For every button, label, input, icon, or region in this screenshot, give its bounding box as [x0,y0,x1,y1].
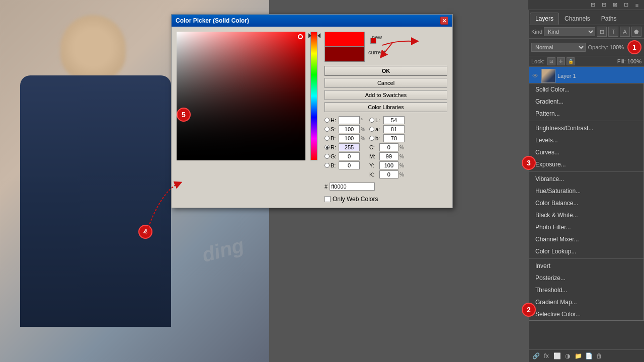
toolbar-icon-5[interactable]: ≡ [632,1,641,10]
close-button[interactable]: ✕ [440,17,448,25]
layer1-thumbnail [541,69,555,83]
adjustment-layers-dropdown[interactable]: Solid Color... Gradient... Pattern... Br… [529,83,644,321]
hex-input[interactable] [330,183,375,191]
b-input-row: B: % [325,134,365,142]
new-layer-icon[interactable]: 📄 [584,351,593,360]
b-input[interactable] [339,134,360,142]
k-input[interactable] [379,170,398,178]
color-picker-dialog[interactable]: Color Picker (Solid Color) ✕ [171,14,453,208]
add-mask-icon[interactable]: ⬜ [552,351,561,360]
r-radio[interactable] [325,145,330,150]
s-radio[interactable] [325,127,330,132]
b2-input[interactable] [339,161,360,169]
toolbar-icon-2[interactable]: ⊟ [599,1,608,10]
only-web-colors-checkbox[interactable] [325,196,331,202]
b-label: B: [331,135,338,141]
menu-threshold[interactable]: Threshold... [529,284,643,296]
menu-vibrance[interactable]: Vibrance... [529,173,643,185]
blend-mode-dropdown[interactable]: Normal [531,43,586,52]
c-input-row: C: % [369,143,405,151]
cancel-button[interactable]: Cancel [325,78,447,88]
menu-posterize[interactable]: Posterize... [529,272,643,284]
tab-paths[interactable]: Paths [596,13,622,25]
c-input[interactable] [379,143,398,151]
current-label: current [368,49,385,55]
menu-pattern[interactable]: Pattern... [529,108,643,120]
fx-icon[interactable]: fx [542,351,551,360]
filter-icon-4[interactable]: ⬟ [631,27,641,37]
toolbar-icon-4[interactable]: ⊡ [621,1,630,10]
layer1-visibility-icon[interactable]: 👁 [531,72,539,80]
b2-radio[interactable] [325,163,330,168]
g-input-row: G: [325,152,365,160]
top-toolbar: ⊞ ⊟ ⊠ ⊡ ≡ [528,0,644,10]
color-gradient-picker[interactable] [177,32,305,160]
menu-curves[interactable]: Curves... [529,146,643,158]
s-unit: % [361,127,365,132]
new-folder-icon[interactable]: 📁 [574,351,583,360]
g-radio[interactable] [325,154,330,159]
y-input[interactable] [379,161,398,169]
only-web-colors-label: Only Web Colors [333,196,378,203]
k-input-row: K: % [369,170,405,178]
lock-position-icon[interactable]: ✛ [557,57,565,65]
a-radio[interactable] [369,127,374,132]
kind-dropdown[interactable]: Kind [544,27,595,36]
gradient-cursor[interactable] [298,34,303,39]
menu-solid-color[interactable]: Solid Color... [529,83,643,96]
hue-slider[interactable] [310,32,317,160]
toolbar-icon-1[interactable]: ⊞ [588,1,597,10]
menu-color-balance[interactable]: Color Balance... [529,197,643,209]
h-unit: ° [361,118,363,123]
a-input[interactable] [383,125,405,133]
new-adjustment-icon[interactable]: ◑ [563,351,572,360]
menu-gradient-map[interactable]: Gradient Map... [529,296,643,308]
filter-icon-3[interactable]: A [620,27,630,37]
menu-invert[interactable]: Invert [529,260,643,272]
lock-all-icon[interactable]: 🔒 [567,57,575,65]
l-input[interactable] [383,116,405,124]
menu-selective-color[interactable]: Selective Color... [529,308,643,320]
toolbar-icon-3[interactable]: ⊠ [610,1,619,10]
h-input[interactable] [339,116,360,124]
menu-color-lookup[interactable]: Color Lookup... [529,245,643,257]
menu-hue-saturation[interactable]: Hue/Saturation... [529,185,643,197]
g-input[interactable] [339,152,360,160]
b3-input[interactable] [383,134,405,142]
s-input[interactable] [339,125,360,133]
new-current-row: new current [325,32,447,63]
link-layers-icon[interactable]: 🔗 [531,351,540,360]
b-radio[interactable] [325,136,330,141]
menu-exposure[interactable]: Exposure... [529,158,643,170]
l-radio[interactable] [369,118,374,123]
menu-channel-mixer[interactable]: Channel Mixer... [529,233,643,245]
y-label: Y: [369,162,378,168]
filter-icon-2[interactable]: T [608,27,618,37]
m-input[interactable] [379,152,398,160]
lock-pixels-icon[interactable]: ⊡ [547,57,555,65]
r-input[interactable] [339,143,360,151]
tab-channels[interactable]: Channels [559,13,596,25]
delete-layer-icon[interactable]: 🗑 [595,351,604,360]
right-inputs: L: a: b: [369,116,405,178]
menu-black-white[interactable]: Black & White... [529,209,643,221]
ok-button[interactable]: OK [325,66,447,76]
filter-icon-1[interactable]: ⊞ [597,27,607,37]
color-libraries-button[interactable]: Color Libraries [325,102,447,112]
h-radio[interactable] [325,118,330,123]
lock-label: Lock: [531,58,544,64]
opacity-label: Opacity: [588,44,608,50]
m-input-row: M: % [369,152,405,160]
tab-layers[interactable]: Layers [530,13,559,25]
a-input-row: a: [369,125,405,133]
annotation-1: 1 [627,40,641,54]
menu-photo-filter[interactable]: Photo Filter... [529,221,643,233]
annotation-5-container: 5 [177,108,191,122]
menu-brightness-contrast[interactable]: Brightness/Contrast... [529,122,643,134]
add-to-swatches-button[interactable]: Add to Swatches [325,90,447,100]
y-input-row: Y: % [369,161,405,169]
left-inputs: H: ° S: % [325,116,365,178]
b3-radio[interactable] [369,136,374,141]
menu-levels[interactable]: Levels... [529,134,643,146]
menu-gradient[interactable]: Gradient... [529,96,643,108]
